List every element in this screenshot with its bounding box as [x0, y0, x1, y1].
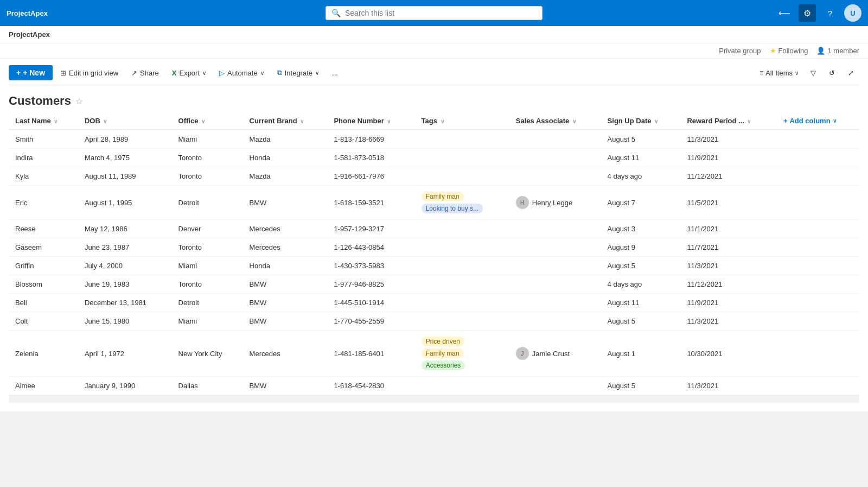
- cell-currentBrand[interactable]: BMW: [243, 312, 328, 331]
- cell-office[interactable]: Toronto: [172, 167, 243, 186]
- cell-phoneNumber[interactable]: 1-618-159-3521: [327, 186, 414, 220]
- cell-office[interactable]: New York City: [172, 331, 243, 377]
- col-header-office[interactable]: Office ∨: [172, 112, 243, 130]
- cell-phoneNumber[interactable]: 1-916-661-7976: [327, 167, 414, 186]
- cell-signup-date[interactable]: August 5: [601, 377, 681, 395]
- col-header-associate[interactable]: Sales Associate ∨: [509, 112, 601, 130]
- integrate-button[interactable]: ⧉ Integrate ∨: [272, 66, 324, 80]
- cell-signup-date[interactable]: August 5: [601, 312, 681, 331]
- tag-badge[interactable]: Accessories: [422, 360, 465, 370]
- cell-dob[interactable]: January 9, 1990: [78, 377, 172, 395]
- cell-office[interactable]: Miami: [172, 312, 243, 331]
- col-header-dob[interactable]: DOB ∨: [78, 112, 172, 130]
- col-header-signup[interactable]: Sign Up Date ∨: [601, 112, 681, 130]
- user-avatar[interactable]: U: [844, 4, 861, 22]
- cell-dob[interactable]: August 1, 1995: [78, 186, 172, 220]
- cell-reward-period[interactable]: 11/12/2021: [680, 167, 777, 186]
- cell-office[interactable]: Dallas: [172, 377, 243, 395]
- cell-phoneNumber[interactable]: 1-430-373-5983: [327, 257, 414, 275]
- automate-button[interactable]: ▷ Automate ∨: [214, 66, 270, 80]
- col-header-tags[interactable]: Tags ∨: [415, 112, 509, 130]
- cell-reward-period[interactable]: 11/9/2021: [680, 149, 777, 167]
- share-button[interactable]: ↗ Share: [126, 66, 164, 80]
- cell-currentBrand[interactable]: Mercedes: [243, 331, 328, 377]
- col-header-brand[interactable]: Current Brand ∨: [243, 112, 328, 130]
- cell-lastName[interactable]: Gaseem: [9, 238, 78, 257]
- cell-lastName[interactable]: Smith: [9, 130, 78, 149]
- cell-currentBrand[interactable]: BMW: [243, 377, 328, 395]
- cell-reward-period[interactable]: 11/12/2021: [680, 275, 777, 294]
- tag-badge[interactable]: Family man: [422, 192, 464, 201]
- cell-signup-date[interactable]: August 5: [601, 257, 681, 275]
- cell-dob[interactable]: April 1, 1972: [78, 331, 172, 377]
- cell-dob[interactable]: June 23, 1987: [78, 238, 172, 257]
- following-button[interactable]: ★ Following: [770, 47, 808, 55]
- cell-office[interactable]: Miami: [172, 130, 243, 149]
- cell-lastName[interactable]: Blossom: [9, 275, 78, 294]
- search-input[interactable]: [345, 9, 537, 17]
- cell-signup-date[interactable]: August 3: [601, 220, 681, 238]
- cell-reward-period[interactable]: 11/9/2021: [680, 294, 777, 312]
- cell-phoneNumber[interactable]: 1-957-129-3217: [327, 220, 414, 238]
- cell-lastName[interactable]: Zelenia: [9, 331, 78, 377]
- filter-button[interactable]: ▽: [805, 66, 821, 80]
- tag-badge[interactable]: Looking to buy s...: [422, 204, 483, 213]
- cell-lastName[interactable]: Kyla: [9, 167, 78, 186]
- cell-office[interactable]: Toronto: [172, 149, 243, 167]
- cell-office[interactable]: Detroit: [172, 186, 243, 220]
- cell-reward-period[interactable]: 11/3/2021: [680, 312, 777, 331]
- cell-currentBrand[interactable]: BMW: [243, 275, 328, 294]
- cell-office[interactable]: Toronto: [172, 238, 243, 257]
- cell-lastName[interactable]: Indira: [9, 149, 78, 167]
- fullscreen-button[interactable]: ⤢: [843, 66, 859, 80]
- cell-signup-date[interactable]: August 7: [601, 186, 681, 220]
- cell-reward-period[interactable]: 11/5/2021: [680, 186, 777, 220]
- cell-lastName[interactable]: Griffin: [9, 257, 78, 275]
- cell-reward-period[interactable]: 11/3/2021: [680, 130, 777, 149]
- cell-dob[interactable]: July 4, 2000: [78, 257, 172, 275]
- horizontal-scrollbar[interactable]: [9, 395, 859, 403]
- refresh-button[interactable]: ↺: [824, 66, 840, 80]
- cell-dob[interactable]: March 4, 1975: [78, 149, 172, 167]
- cell-phoneNumber[interactable]: 1-770-455-2559: [327, 312, 414, 331]
- cell-currentBrand[interactable]: BMW: [243, 294, 328, 312]
- cell-office[interactable]: Miami: [172, 257, 243, 275]
- cell-reward-period[interactable]: 11/7/2021: [680, 238, 777, 257]
- cell-lastName[interactable]: Colt: [9, 312, 78, 331]
- cell-signup-date[interactable]: August 11: [601, 294, 681, 312]
- cell-currentBrand[interactable]: Mercedes: [243, 220, 328, 238]
- cell-lastName[interactable]: Bell: [9, 294, 78, 312]
- cell-reward-period[interactable]: 11/1/2021: [680, 220, 777, 238]
- cell-dob[interactable]: June 15, 1980: [78, 312, 172, 331]
- cell-lastName[interactable]: Reese: [9, 220, 78, 238]
- cell-currentBrand[interactable]: Honda: [243, 149, 328, 167]
- cell-currentBrand[interactable]: BMW: [243, 186, 328, 220]
- cell-currentBrand[interactable]: Mazda: [243, 130, 328, 149]
- col-header-phone[interactable]: Phone Number ∨: [327, 112, 414, 130]
- tag-badge[interactable]: Price driven: [422, 337, 464, 346]
- cell-dob[interactable]: June 19, 1983: [78, 275, 172, 294]
- cell-reward-period[interactable]: 11/3/2021: [680, 257, 777, 275]
- cell-signup-date[interactable]: 4 days ago: [601, 167, 681, 186]
- col-header-lastname[interactable]: Last Name ∨: [9, 112, 78, 130]
- export-button[interactable]: X Export ∨: [167, 66, 212, 80]
- cell-office[interactable]: Toronto: [172, 275, 243, 294]
- cell-signup-date[interactable]: 4 days ago: [601, 275, 681, 294]
- more-options-button[interactable]: ...: [327, 66, 343, 80]
- cell-signup-date[interactable]: August 5: [601, 130, 681, 149]
- new-button[interactable]: + + New: [9, 65, 53, 80]
- settings-icon[interactable]: ⚙: [799, 4, 816, 22]
- cell-lastName[interactable]: Aimee: [9, 377, 78, 395]
- col-header-reward[interactable]: Reward Period ... ∨: [680, 112, 777, 130]
- cell-signup-date[interactable]: August 9: [601, 238, 681, 257]
- edit-grid-view-button[interactable]: ⊞ Edit in grid view: [55, 66, 124, 80]
- add-column-button[interactable]: + Add column ∨: [783, 117, 853, 125]
- cell-signup-date[interactable]: August 1: [601, 331, 681, 377]
- cell-signup-date[interactable]: August 11: [601, 149, 681, 167]
- cell-lastName[interactable]: Eric: [9, 186, 78, 220]
- cell-phoneNumber[interactable]: 1-581-873-0518: [327, 149, 414, 167]
- cell-office[interactable]: Denver: [172, 220, 243, 238]
- help-icon[interactable]: ?: [821, 4, 839, 22]
- cell-phoneNumber[interactable]: 1-126-443-0854: [327, 238, 414, 257]
- cell-phoneNumber[interactable]: 1-813-718-6669: [327, 130, 414, 149]
